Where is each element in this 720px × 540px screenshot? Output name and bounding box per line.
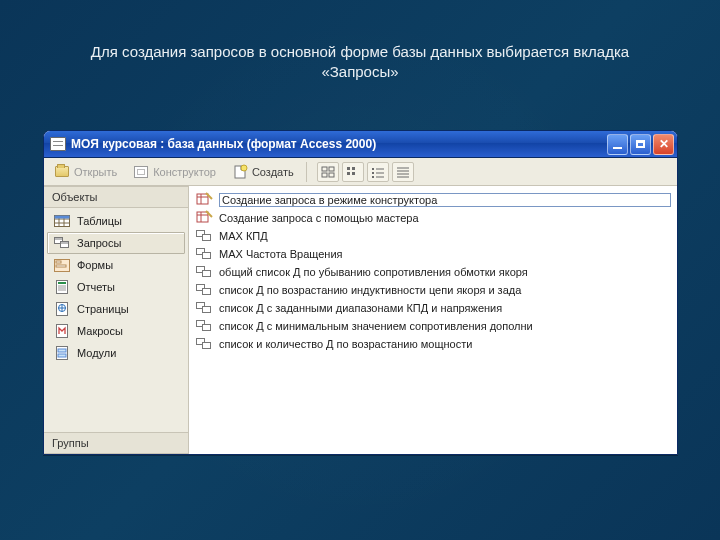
query-item-icon bbox=[195, 246, 213, 262]
create-button[interactable]: Создать bbox=[228, 162, 298, 182]
svg-rect-4 bbox=[322, 173, 327, 177]
open-button: Открыть bbox=[50, 162, 121, 182]
sidebar-header-objects[interactable]: Объекты bbox=[44, 186, 188, 208]
database-window: МОЯ курсовая : база данных (формат Acces… bbox=[43, 130, 678, 455]
svg-rect-59 bbox=[203, 289, 211, 295]
query-item-icon bbox=[195, 264, 213, 280]
titlebar[interactable]: МОЯ курсовая : база данных (формат Acces… bbox=[44, 131, 677, 158]
svg-rect-49 bbox=[197, 212, 208, 222]
minimize-button[interactable] bbox=[607, 134, 628, 155]
svg-rect-25 bbox=[55, 216, 70, 219]
svg-rect-65 bbox=[203, 343, 211, 349]
svg-rect-2 bbox=[322, 167, 327, 171]
svg-rect-57 bbox=[203, 271, 211, 277]
table-icon bbox=[54, 214, 70, 228]
sidebar-item-label: Запросы bbox=[77, 237, 121, 249]
form-icon bbox=[54, 258, 70, 272]
svg-point-1 bbox=[241, 165, 247, 171]
list-item-label: Создание запроса в режиме конструктора bbox=[219, 193, 671, 207]
svg-rect-10 bbox=[372, 168, 374, 170]
toolbar: Открыть Конструктор Создать bbox=[44, 158, 677, 186]
wizard-create-icon bbox=[195, 192, 213, 208]
toolbar-separator bbox=[306, 162, 307, 182]
sidebar-item-label: Страницы bbox=[77, 303, 129, 315]
svg-rect-5 bbox=[329, 173, 334, 177]
svg-rect-53 bbox=[203, 235, 211, 241]
svg-rect-3 bbox=[329, 167, 334, 171]
app-icon bbox=[50, 137, 66, 151]
query-item-icon bbox=[195, 336, 213, 352]
sidebar-item-label: Макросы bbox=[77, 325, 123, 337]
sidebar-item-label: Таблицы bbox=[77, 215, 122, 227]
design-button: Конструктор bbox=[129, 162, 220, 182]
list-item[interactable]: Создание запроса с помощью мастера bbox=[195, 209, 671, 227]
macro-icon bbox=[54, 324, 70, 338]
svg-rect-44 bbox=[58, 349, 66, 352]
svg-rect-14 bbox=[372, 176, 374, 178]
query-list: Создание запроса в режиме конструктора С… bbox=[189, 186, 677, 454]
list-item-label: список и количество Д по возрастанию мощ… bbox=[219, 338, 671, 350]
list-item[interactable]: общий список Д по убыванию сопротивления… bbox=[195, 263, 671, 281]
page-icon bbox=[54, 302, 70, 316]
new-icon bbox=[232, 164, 248, 180]
close-button[interactable]: ✕ bbox=[653, 134, 674, 155]
sidebar-item-label: Модули bbox=[77, 347, 116, 359]
window-title: МОЯ курсовая : база данных (формат Acces… bbox=[71, 137, 607, 151]
report-icon bbox=[54, 280, 70, 294]
svg-rect-6 bbox=[347, 167, 350, 170]
svg-rect-43 bbox=[57, 347, 68, 360]
svg-rect-34 bbox=[58, 282, 66, 284]
list-item-label: список Д с заданными диапазонами КПД и н… bbox=[219, 302, 671, 314]
sidebar-item-forms[interactable]: Формы bbox=[47, 254, 185, 276]
query-item-icon bbox=[195, 300, 213, 316]
list-item[interactable]: Создание запроса в режиме конструктора bbox=[195, 191, 671, 209]
open-label: Открыть bbox=[74, 166, 117, 178]
sidebar-item-reports[interactable]: Отчеты bbox=[47, 276, 185, 298]
sidebar-item-pages[interactable]: Страницы bbox=[47, 298, 185, 320]
svg-rect-46 bbox=[197, 194, 208, 204]
view-small-icons-button[interactable] bbox=[342, 162, 364, 182]
view-large-icons-button[interactable] bbox=[317, 162, 339, 182]
list-item-label: общий список Д по убыванию сопротивления… bbox=[219, 266, 671, 278]
module-icon bbox=[54, 346, 70, 360]
design-label: Конструктор bbox=[153, 166, 216, 178]
sidebar-item-macros[interactable]: Макросы bbox=[47, 320, 185, 342]
list-item[interactable]: MAX Частота Вращения bbox=[195, 245, 671, 263]
query-item-icon bbox=[195, 228, 213, 244]
sidebar-item-queries[interactable]: Запросы bbox=[47, 232, 185, 254]
slide-caption: Для создания запросов в основной форме б… bbox=[0, 0, 720, 83]
svg-rect-31 bbox=[56, 261, 61, 263]
sidebar-item-tables[interactable]: Таблицы bbox=[47, 210, 185, 232]
view-details-button[interactable] bbox=[392, 162, 414, 182]
list-item[interactable]: MAX КПД bbox=[195, 227, 671, 245]
list-item-label: Создание запроса с помощью мастера bbox=[219, 212, 671, 224]
svg-rect-45 bbox=[58, 354, 66, 357]
sidebar-item-label: Формы bbox=[77, 259, 113, 271]
objects-sidebar: Объекты Таблицы Запросы Формы Отчеты bbox=[44, 186, 189, 454]
query-icon bbox=[54, 236, 70, 250]
list-item[interactable]: список Д с минимальным значением сопроти… bbox=[195, 317, 671, 335]
list-item-label: MAX КПД bbox=[219, 230, 671, 242]
svg-rect-55 bbox=[203, 253, 211, 259]
query-item-icon bbox=[195, 318, 213, 334]
design-icon bbox=[134, 166, 148, 178]
list-item-label: MAX Частота Вращения bbox=[219, 248, 671, 260]
list-item[interactable]: список Д по возрастанию индуктивности це… bbox=[195, 281, 671, 299]
svg-rect-61 bbox=[203, 307, 211, 313]
list-item[interactable]: список и количество Д по возрастанию мощ… bbox=[195, 335, 671, 353]
svg-rect-12 bbox=[372, 172, 374, 174]
maximize-button[interactable] bbox=[630, 134, 651, 155]
svg-rect-32 bbox=[56, 265, 66, 267]
wizard-create-icon bbox=[195, 210, 213, 226]
svg-rect-7 bbox=[352, 167, 355, 170]
list-item-label: список Д с минимальным значением сопроти… bbox=[219, 320, 671, 332]
query-item-icon bbox=[195, 282, 213, 298]
svg-rect-9 bbox=[352, 172, 355, 175]
list-item[interactable]: список Д с заданными диапазонами КПД и н… bbox=[195, 299, 671, 317]
folder-open-icon bbox=[55, 166, 69, 177]
svg-rect-63 bbox=[203, 325, 211, 331]
sidebar-header-groups[interactable]: Группы bbox=[44, 432, 188, 454]
view-list-button[interactable] bbox=[367, 162, 389, 182]
sidebar-item-modules[interactable]: Модули bbox=[47, 342, 185, 364]
list-item-label: список Д по возрастанию индуктивности це… bbox=[219, 284, 671, 296]
